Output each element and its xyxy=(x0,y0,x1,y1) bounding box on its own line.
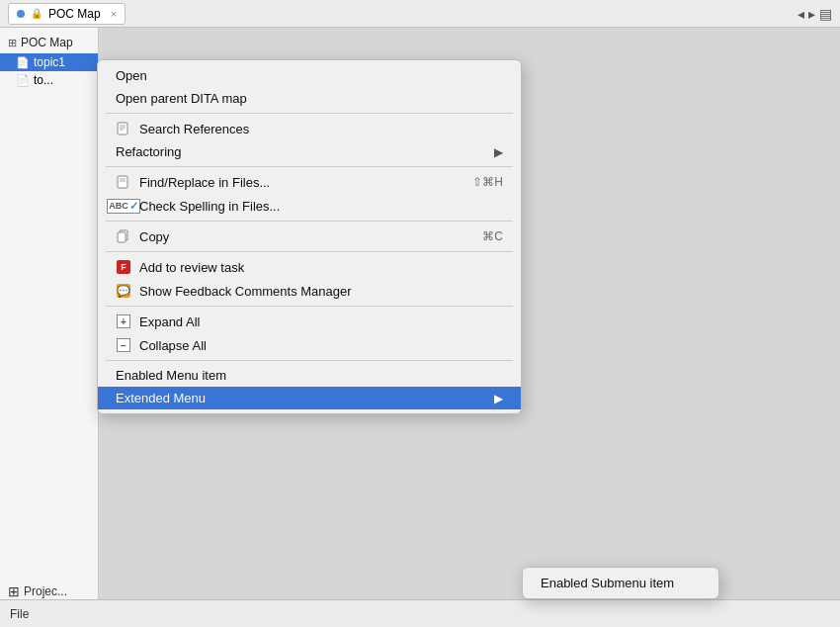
menu-item-extended-menu[interactable]: Extended Menu ▶ xyxy=(98,387,521,409)
tree-item-label-2: to... xyxy=(34,73,53,87)
menu-item-copy[interactable]: Copy ⌘C xyxy=(98,224,521,248)
tab-label: POC Map xyxy=(48,7,101,21)
submenu-container: Enabled Submenu item xyxy=(522,567,719,599)
sidebar-title: POC Map xyxy=(21,36,73,49)
copy-icon xyxy=(116,228,131,244)
tree-item-icon-1: 📄 xyxy=(16,56,30,69)
submenu-item-enabled[interactable]: Enabled Submenu item xyxy=(523,572,718,594)
menu-item-check-spelling[interactable]: ABC✓ Check Spelling in Files... xyxy=(98,194,521,218)
menu-item-enabled-menu[interactable]: Enabled Menu item xyxy=(98,364,521,387)
bottom-bar: File xyxy=(0,599,840,627)
menu-item-open-parent[interactable]: Open parent DITA map xyxy=(98,87,521,110)
menu-item-copy-label: Copy xyxy=(139,229,169,244)
menu-item-open-parent-label: Open parent DITA map xyxy=(116,91,247,106)
menu-item-open[interactable]: Open xyxy=(98,64,521,87)
svg-rect-0 xyxy=(118,123,127,134)
sidebar: ⊞ POC Map 📄 topic1 📄 to... xyxy=(0,28,99,627)
separator-4 xyxy=(106,251,513,252)
tree-item-label-1: topic1 xyxy=(34,55,65,69)
project-icon: ⊞ xyxy=(8,583,20,599)
find-replace-icon xyxy=(116,174,131,190)
sidebar-footer-label: Projec... xyxy=(24,584,67,598)
bottom-bar-label: File xyxy=(10,607,29,621)
menu-item-expand-all[interactable]: + Expand All xyxy=(98,310,521,333)
expand-all-icon: + xyxy=(116,314,131,329)
separator-3 xyxy=(106,221,513,222)
separator-6 xyxy=(106,360,513,361)
tree-item-icon-2: 📄 xyxy=(16,74,30,87)
separator-2 xyxy=(106,166,513,167)
tab-bar: 🔒 POC Map × ◂ ▸ ▤ xyxy=(0,0,840,28)
separator-1 xyxy=(106,113,513,114)
tab-close-button[interactable]: × xyxy=(111,8,117,20)
menu-item-find-replace[interactable]: Find/Replace in Files... ⇧⌘H xyxy=(98,170,521,194)
context-menu: Open Open parent DITA map Search Referen… xyxy=(97,59,522,414)
menu-item-extended-menu-label: Extended Menu xyxy=(116,391,206,405)
extended-menu-arrow-icon: ▶ xyxy=(494,392,503,405)
submenu-item-enabled-label: Enabled Submenu item xyxy=(541,576,674,590)
menu-item-collapse-all-label: Collapse All xyxy=(139,338,207,353)
menu-item-search-references-label: Search References xyxy=(139,122,249,136)
sidebar-header: ⊞ POC Map xyxy=(0,32,98,53)
menu-item-open-label: Open xyxy=(116,68,147,83)
menu-item-refactoring-label: Refactoring xyxy=(116,144,181,159)
menu-item-find-replace-label: Find/Replace in Files... xyxy=(139,175,270,190)
find-replace-shortcut: ⇧⌘H xyxy=(472,175,503,189)
menu-item-check-spelling-label: Check Spelling in Files... xyxy=(139,199,280,214)
menu-item-search-references[interactable]: Search References xyxy=(98,117,521,140)
nav-arrows: ◂ ▸ ▤ xyxy=(798,6,832,22)
menu-item-add-review-label: Add to review task xyxy=(139,260,244,275)
tab-lock-icon: 🔒 xyxy=(31,8,42,19)
refactoring-arrow-icon: ▶ xyxy=(494,145,503,159)
nav-forward-icon[interactable]: ▸ xyxy=(808,6,815,22)
poc-map-tab[interactable]: 🔒 POC Map × xyxy=(8,3,126,25)
search-references-icon xyxy=(116,121,131,136)
sidebar-header-icon: ⊞ xyxy=(8,37,17,49)
menu-item-collapse-all[interactable]: − Collapse All xyxy=(98,333,521,357)
menu-item-show-feedback-label: Show Feedback Comments Manager xyxy=(139,284,352,299)
main-area: ⊞ POC Map 📄 topic1 📄 to... Open Open par… xyxy=(0,28,840,627)
submenu: Enabled Submenu item xyxy=(522,567,719,599)
menu-item-show-feedback[interactable]: 💬 Show Feedback Comments Manager xyxy=(98,279,521,303)
menu-item-expand-all-label: Expand All xyxy=(139,314,200,329)
tree-item-topic1[interactable]: 📄 topic1 xyxy=(0,53,98,71)
nav-back-icon[interactable]: ◂ xyxy=(798,6,804,22)
sidebar-footer[interactable]: ⊞ Projec... xyxy=(8,583,67,599)
svg-rect-8 xyxy=(118,232,126,242)
show-feedback-icon: 💬 xyxy=(116,283,131,299)
tab-dot xyxy=(17,10,25,18)
copy-shortcut: ⌘C xyxy=(482,229,503,243)
menu-item-add-review[interactable]: F Add to review task xyxy=(98,255,521,279)
check-spelling-icon: ABC✓ xyxy=(116,198,131,214)
add-review-icon: F xyxy=(116,259,131,275)
nav-menu-icon[interactable]: ▤ xyxy=(819,6,832,22)
separator-5 xyxy=(106,306,513,307)
menu-item-refactoring[interactable]: Refactoring ▶ xyxy=(98,140,521,163)
tree-item-topic2[interactable]: 📄 to... xyxy=(0,71,98,89)
collapse-all-icon: − xyxy=(116,337,131,353)
svg-rect-4 xyxy=(118,176,127,188)
menu-item-enabled-menu-label: Enabled Menu item xyxy=(116,368,226,383)
